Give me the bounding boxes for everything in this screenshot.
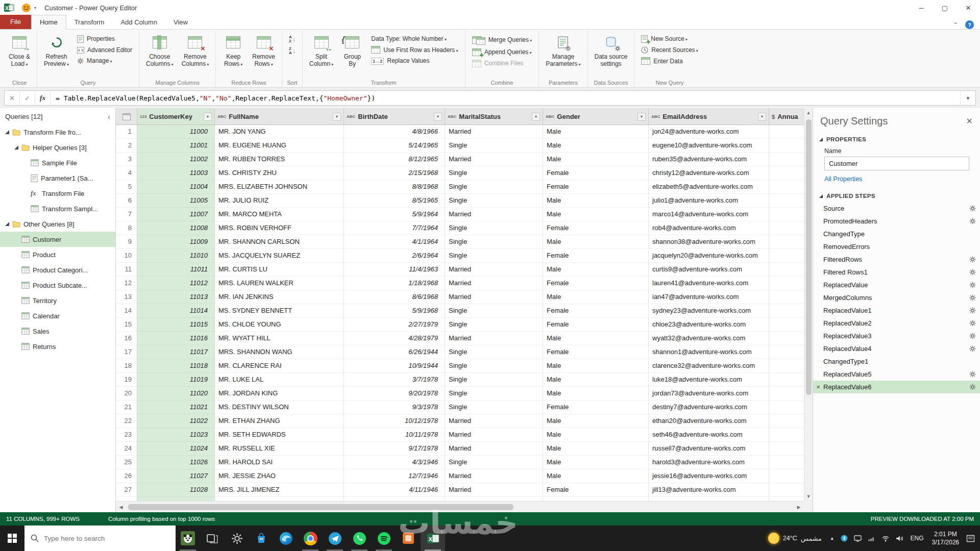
column-header-maritalstatus[interactable]: ABCMaritalStatus▾: [445, 108, 543, 125]
cell[interactable]: Male: [543, 414, 649, 428]
cell[interactable]: Female: [543, 249, 649, 263]
query-item-transform-file-fro[interactable]: Transform File fro...: [0, 124, 115, 140]
cell[interactable]: 9/17/1978: [344, 442, 445, 456]
applied-step-replacedvalue1[interactable]: ×ReplacedValue1: [813, 304, 980, 317]
cell[interactable]: Male: [543, 208, 649, 221]
step-settings-gear-icon[interactable]: [969, 205, 976, 212]
cell[interactable]: 9/3/1978: [344, 400, 445, 414]
cell[interactable]: 11000: [137, 125, 215, 139]
cell[interactable]: elizabeth5@adventure-works.com: [649, 180, 769, 194]
cell[interactable]: [769, 194, 804, 208]
row-number[interactable]: 13: [116, 290, 137, 304]
cell[interactable]: russell7@adventure-works.com: [649, 442, 769, 456]
cell[interactable]: 11026: [137, 456, 215, 469]
collapse-ribbon-icon[interactable]: ⌃: [953, 21, 958, 29]
status-profiling[interactable]: Column profiling based on top 1000 rows: [108, 516, 871, 522]
cell[interactable]: Single: [445, 359, 543, 373]
column-filter-icon[interactable]: ▾: [758, 113, 766, 121]
cell[interactable]: 1/18/1968: [344, 277, 445, 290]
cell[interactable]: [769, 153, 804, 166]
cell[interactable]: 11018: [137, 359, 215, 373]
cell[interactable]: 11007: [137, 208, 215, 221]
cell[interactable]: 5/14/1965: [344, 139, 445, 153]
cell[interactable]: ian47@adventure-works.com: [649, 290, 769, 304]
column-filter-icon[interactable]: ▾: [333, 113, 341, 121]
cell[interactable]: Male: [543, 469, 649, 483]
recent-sources-button[interactable]: Recent Sources: [638, 45, 702, 55]
column-header-annua[interactable]: $Annua▾: [769, 108, 804, 125]
cell[interactable]: MR. JIMMY MORENO: [215, 497, 344, 501]
tray-volume-icon[interactable]: [893, 535, 906, 542]
cell[interactable]: Male: [543, 125, 649, 139]
orange-app-icon[interactable]: [396, 525, 421, 551]
new-source-button[interactable]: + New Source: [638, 34, 702, 44]
cell[interactable]: Male: [543, 497, 649, 501]
horizontal-scroll-thumb[interactable]: [128, 504, 513, 510]
cell[interactable]: 11021: [137, 400, 215, 414]
step-settings-gear-icon[interactable]: [969, 282, 976, 288]
row-number[interactable]: 15: [116, 318, 137, 332]
cell[interactable]: [769, 414, 804, 428]
cell[interactable]: Male: [543, 456, 649, 469]
cell[interactable]: Married: [445, 332, 543, 345]
remove-rows-button[interactable]: × Remove Rows: [249, 32, 279, 69]
cell[interactable]: jessie16@adventure-works.com: [649, 469, 769, 483]
vertical-scroll-thumb[interactable]: [806, 119, 812, 395]
query-item-product[interactable]: Product: [0, 247, 115, 262]
cell[interactable]: 11028: [137, 483, 215, 497]
cell[interactable]: Single: [445, 456, 543, 469]
cell[interactable]: [769, 497, 804, 501]
cell[interactable]: jacquelyn20@adventure-works.com: [649, 249, 769, 263]
column-header-fullname[interactable]: ABCFullName▾: [215, 108, 344, 125]
cell[interactable]: shannon1@adventure-works.com: [649, 345, 769, 359]
close-button[interactable]: ✕: [957, 0, 980, 15]
cell[interactable]: MR. CURTIS LU: [215, 263, 344, 277]
cell[interactable]: [769, 469, 804, 483]
cell[interactable]: 11017: [137, 345, 215, 359]
weather-widget[interactable]: 24°C مشمس: [763, 533, 827, 544]
cell[interactable]: julio1@adventure-works.com: [649, 194, 769, 208]
cell[interactable]: MS. DESTINY WILSON: [215, 400, 344, 414]
formula-expand-icon[interactable]: ▼: [960, 91, 975, 105]
cell[interactable]: 11029: [137, 497, 215, 501]
cell[interactable]: eugene10@adventure-works.com: [649, 139, 769, 153]
cell[interactable]: Male: [543, 139, 649, 153]
cell[interactable]: MR. ETHAN ZHANG: [215, 414, 344, 428]
cell[interactable]: Male: [543, 153, 649, 166]
step-settings-gear-icon[interactable]: [969, 294, 976, 301]
cell[interactable]: 11020: [137, 387, 215, 400]
cell[interactable]: MS. SYDNEY BENNETT: [215, 304, 344, 318]
append-queries-button[interactable]: + Append Queries: [469, 47, 536, 58]
cell[interactable]: 11023: [137, 428, 215, 442]
settings-gear-icon[interactable]: [225, 525, 249, 551]
cell[interactable]: [769, 125, 804, 139]
applied-steps-section-header[interactable]: APPLIED STEPS: [813, 189, 980, 201]
applied-step-replacedvalue2[interactable]: ×ReplacedValue2: [813, 317, 980, 330]
row-number[interactable]: 5: [116, 180, 137, 194]
cell[interactable]: [769, 387, 804, 400]
step-settings-gear-icon[interactable]: [969, 256, 976, 263]
collapse-queries-pane-icon[interactable]: ‹: [108, 112, 110, 121]
cell[interactable]: MR. IAN JENKINS: [215, 290, 344, 304]
row-number[interactable]: 11: [116, 263, 137, 277]
cell[interactable]: 11013: [137, 290, 215, 304]
cell[interactable]: MR. SHANNON CARLSON: [215, 235, 344, 249]
row-number[interactable]: 14: [116, 304, 137, 318]
cell[interactable]: Male: [543, 194, 649, 208]
cell[interactable]: [769, 428, 804, 442]
cell[interactable]: [769, 139, 804, 153]
maximize-button[interactable]: ▢: [933, 0, 957, 15]
cell[interactable]: 11011: [137, 263, 215, 277]
start-button[interactable]: [0, 525, 24, 551]
tray-expand-icon[interactable]: ▲: [827, 536, 838, 541]
row-number[interactable]: 24: [116, 442, 137, 456]
query-item-other-queries-8[interactable]: Other Queries [8]: [0, 216, 115, 232]
expand-triangle-icon[interactable]: [5, 130, 9, 134]
cell[interactable]: Married: [445, 208, 543, 221]
row-number[interactable]: 4: [116, 166, 137, 180]
applied-step-replacedvalue3[interactable]: ×ReplacedValue3: [813, 330, 980, 342]
row-number[interactable]: 1: [116, 125, 137, 139]
language-indicator[interactable]: ENG: [906, 535, 928, 542]
microsoft-store-icon[interactable]: [249, 525, 274, 551]
cell[interactable]: [769, 277, 804, 290]
